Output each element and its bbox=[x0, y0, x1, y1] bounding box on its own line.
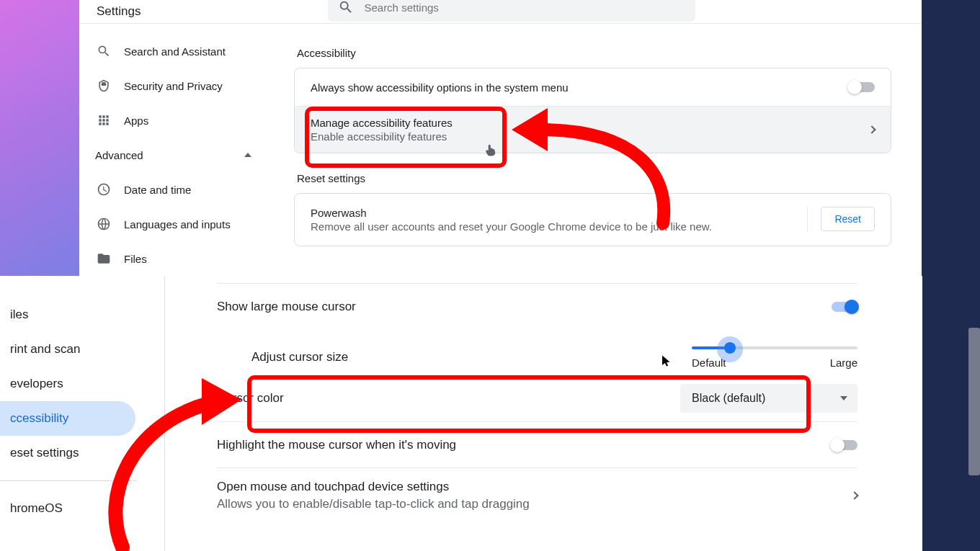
toggle-always-show[interactable] bbox=[849, 82, 875, 92]
sidebar-item-label: Security and Privacy bbox=[124, 80, 223, 92]
card-reset: Powerwash Remove all user accounts and r… bbox=[294, 193, 891, 246]
row-always-show[interactable]: Always show accessibility options in the… bbox=[295, 68, 891, 106]
chevron-up-icon bbox=[244, 153, 251, 157]
sidebar-item-label: iles bbox=[10, 308, 29, 322]
search-settings[interactable] bbox=[328, 0, 695, 22]
row-label: Highlight the mouse cursor when it's mov… bbox=[217, 438, 832, 452]
select-value: Black (default) bbox=[692, 392, 840, 405]
clock-icon bbox=[97, 182, 111, 197]
sidebar-item-languages[interactable]: Languages and inputs bbox=[79, 207, 281, 241]
shield-icon bbox=[97, 79, 111, 93]
sidebar-item-label: eset settings bbox=[10, 446, 79, 460]
reset-button[interactable]: Reset bbox=[821, 207, 875, 231]
sidebar-item-files[interactable]: iles bbox=[0, 297, 135, 332]
cursor-hand-icon bbox=[484, 143, 496, 158]
row-sublabel: Enable accessibility features bbox=[311, 130, 869, 143]
sidebar-item-reset[interactable]: eset settings bbox=[0, 436, 135, 470]
row-sublabel: Allows you to enable/disable tap-to-clic… bbox=[217, 497, 852, 511]
row-manage-accessibility[interactable]: Manage accessibility features Enable acc… bbox=[295, 106, 891, 153]
sidebar-item-label: Apps bbox=[124, 115, 148, 127]
row-open-touchpad[interactable]: Open mouse and touchpad device settings … bbox=[217, 467, 858, 523]
chevron-down-icon bbox=[840, 396, 847, 400]
row-label: Cursor color bbox=[217, 391, 680, 406]
sidebar-item-label: evelopers bbox=[10, 377, 63, 391]
folder-icon bbox=[97, 251, 111, 266]
sidebar-item-files[interactable]: Files bbox=[79, 241, 281, 276]
sidebar-item-search-assistant[interactable]: Search and Assistant bbox=[79, 34, 281, 68]
top-header: Settings bbox=[79, 0, 922, 24]
sidebar-item-date-time[interactable]: Date and time bbox=[79, 172, 281, 207]
row-show-large-cursor[interactable]: Show large mouse cursor bbox=[217, 283, 858, 329]
sidebar-divider bbox=[0, 480, 137, 481]
sidebar-bottom: iles rint and scan evelopers ccessibilit… bbox=[0, 276, 135, 551]
sidebar-item-developers[interactable]: evelopers bbox=[0, 367, 135, 401]
globe-icon bbox=[97, 217, 111, 231]
search-icon bbox=[97, 44, 111, 58]
sidebar-item-label: rint and scan bbox=[10, 342, 80, 357]
row-powerwash: Powerwash Remove all user accounts and r… bbox=[295, 194, 891, 246]
slider-max-label: Large bbox=[830, 357, 858, 369]
select-cursor-color[interactable]: Black (default) bbox=[680, 384, 858, 413]
chevron-right-icon bbox=[868, 125, 876, 133]
sidebar-item-label: ccessibility bbox=[10, 411, 68, 426]
page-title: Settings bbox=[97, 4, 141, 19]
sidebar-item-accessibility[interactable]: ccessibility bbox=[0, 401, 135, 436]
row-highlight-cursor[interactable]: Highlight the mouse cursor when it's mov… bbox=[217, 421, 858, 467]
section-title-accessibility: Accessibility bbox=[297, 47, 891, 59]
main-bottom: Show large mouse cursor Adjust cursor si… bbox=[164, 276, 922, 551]
row-label: Show large mouse cursor bbox=[217, 300, 832, 314]
sidebar-item-print[interactable]: rint and scan bbox=[0, 332, 135, 367]
sidebar-item-apps[interactable]: Apps bbox=[79, 103, 281, 138]
sidebar-item-label: Files bbox=[124, 253, 147, 265]
row-label: Manage accessibility features bbox=[311, 117, 869, 129]
row-label: Open mouse and touchpad device settings bbox=[217, 480, 852, 494]
wallpaper-strip bbox=[0, 0, 79, 276]
slider-cursor-size[interactable]: Default Large bbox=[692, 346, 858, 369]
row-label: Always show accessibility options in the… bbox=[311, 81, 849, 94]
settings-window-bottom: iles rint and scan evelopers ccessibilit… bbox=[0, 276, 922, 551]
row-sublabel: Remove all user accounts and reset your … bbox=[311, 220, 807, 233]
row-cursor-color[interactable]: Cursor color Black (default) bbox=[217, 375, 858, 421]
row-label: Powerwash bbox=[311, 207, 807, 219]
sidebar-item-label: Advanced bbox=[95, 149, 143, 161]
search-icon bbox=[338, 0, 354, 15]
sidebar-item-label: Search and Assistant bbox=[124, 45, 226, 58]
sidebar-item-label: Languages and inputs bbox=[124, 218, 231, 230]
sidebar-item-security[interactable]: Security and Privacy bbox=[79, 68, 281, 103]
row-adjust-cursor: Adjust cursor size Default Large bbox=[217, 329, 858, 375]
settings-window-top: Settings Search and Assistant Security a… bbox=[79, 0, 922, 276]
apps-icon bbox=[97, 113, 111, 127]
cursor-pointer-icon bbox=[660, 353, 673, 369]
toggle-highlight-cursor[interactable] bbox=[832, 440, 858, 450]
main-top: Accessibility Always show accessibility … bbox=[281, 24, 922, 276]
sidebar-advanced-toggle[interactable]: Advanced bbox=[79, 138, 281, 172]
sidebar-item-chromeos[interactable]: hromeOS bbox=[0, 491, 135, 526]
scrollbar-thumb[interactable] bbox=[968, 328, 980, 475]
row-label: Adjust cursor size bbox=[251, 350, 692, 364]
section-title-reset: Reset settings bbox=[297, 172, 891, 184]
sidebar-top: Search and Assistant Security and Privac… bbox=[79, 24, 281, 276]
sidebar-item-label: Date and time bbox=[124, 184, 191, 196]
chevron-right-icon bbox=[850, 491, 858, 499]
search-input[interactable] bbox=[364, 1, 685, 14]
sidebar-item-label: hromeOS bbox=[10, 501, 63, 516]
card-accessibility: Always show accessibility options in the… bbox=[294, 68, 891, 153]
toggle-show-large-cursor[interactable] bbox=[832, 302, 858, 312]
